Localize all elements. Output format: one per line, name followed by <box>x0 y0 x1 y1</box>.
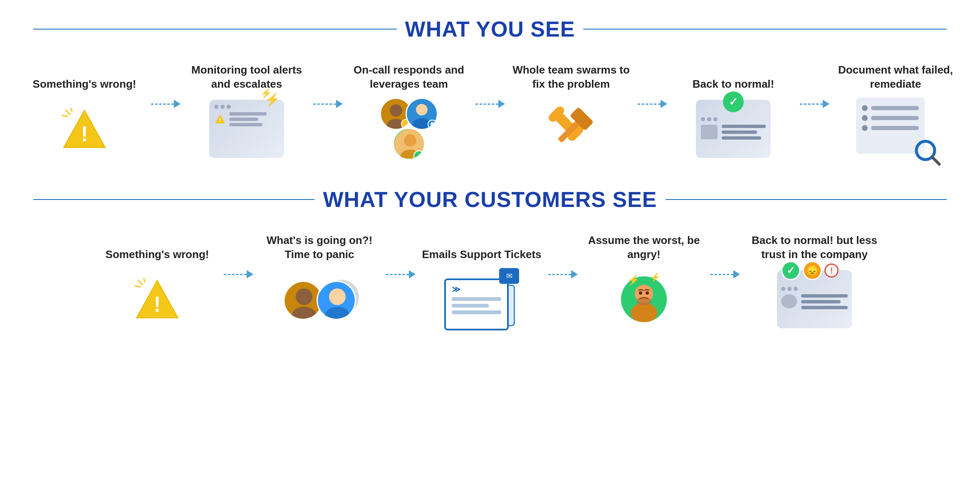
cust-step5-result: Back to normal! but less trust in the co… <box>742 233 887 332</box>
svg-line-28 <box>932 157 939 164</box>
step3-label: On-call responds and leverages team <box>344 62 473 96</box>
section1-flow: Something's wrong! ! <box>33 62 947 162</box>
email-wrap: ≫ ✉ <box>444 268 519 330</box>
cust-arrow1 <box>222 233 255 278</box>
r-dot2 <box>787 287 792 291</box>
step1-label: Something's wrong! <box>33 62 136 96</box>
monitor-lines <box>229 112 267 126</box>
dot2 <box>220 105 225 109</box>
svg-line-31 <box>139 281 143 285</box>
section-what-you-see: WHAT YOU SEE Something's wrong! ! <box>33 17 947 162</box>
r-dot1 <box>781 287 785 291</box>
step5-icon: ✓ <box>692 96 775 162</box>
check-line3 <box>722 136 761 140</box>
arrow-head5 <box>823 100 829 108</box>
cust-arrow4 <box>708 233 742 278</box>
arrow1 <box>149 62 182 108</box>
section1-header: WHAT YOU SEE <box>33 17 947 42</box>
doc-magnify-wrap <box>856 98 935 160</box>
cust-arrow-head3 <box>571 270 578 278</box>
result-monitor: ✓ 😞 ! <box>777 270 852 328</box>
doc-bullet1 <box>862 105 868 111</box>
svg-text:!: ! <box>219 117 221 123</box>
svg-point-27 <box>920 145 931 156</box>
arrow-head2 <box>336 100 343 108</box>
svg-line-4 <box>71 108 72 111</box>
dashed-line2 <box>313 103 336 105</box>
svg-point-35 <box>296 288 312 305</box>
dashed-arrow5 <box>800 100 829 108</box>
step3-icon: ✓ <box>367 96 450 162</box>
svg-text:!: ! <box>153 292 161 316</box>
email-checkrow: ≫ <box>452 284 501 294</box>
step4-swarm: Whole team swarms to fix the problem <box>507 62 636 162</box>
monitor-line3 <box>229 123 262 126</box>
svg-line-32 <box>135 286 141 287</box>
arrow3 <box>473 62 507 108</box>
cust-dashed-arrow2 <box>386 270 416 278</box>
dot1 <box>214 105 218 109</box>
cust-step2-panic: What's is going on?! Time to panic <box>255 233 384 332</box>
step3-oncall: On-call responds and leverages team <box>344 62 473 162</box>
monitor-line1 <box>229 112 267 116</box>
svg-line-33 <box>144 278 145 282</box>
step2-icon: ! ⚡ ⚡ <box>205 96 288 162</box>
monitor-zap2: ⚡ <box>260 88 272 99</box>
svg-point-45 <box>631 303 657 322</box>
step1-icon: ! <box>43 96 126 162</box>
cust-step1-label: Something's wrong! <box>106 233 209 266</box>
step2-monitor: Monitoring tool alerts and escalates ! <box>182 62 311 162</box>
dashed-line1 <box>151 103 174 105</box>
email-card-main: ≫ <box>444 278 509 330</box>
step4-icon <box>530 96 613 162</box>
cust-step3-icon: ≫ ✉ <box>440 266 523 332</box>
header-line-right <box>583 29 947 30</box>
panic-avatar2 <box>317 281 356 320</box>
step6-icon <box>854 96 937 162</box>
cust-dashed-line2 <box>386 274 409 275</box>
check-thumb <box>701 125 718 139</box>
cust-step3-email: Emails Support Tickets ≫ <box>417 233 546 332</box>
email-line3 <box>452 310 501 314</box>
check-line1 <box>722 125 766 128</box>
result-line2 <box>801 300 841 303</box>
result-lines <box>801 294 848 309</box>
cust-arrow2 <box>384 233 417 278</box>
cust-step1: Something's wrong! ! <box>93 233 222 332</box>
svg-point-46 <box>636 297 651 305</box>
header2-line-right <box>666 199 947 200</box>
panic-avatars <box>283 272 356 326</box>
doc-bar1 <box>871 106 919 110</box>
cust-step2-icon <box>278 266 361 332</box>
page: WHAT YOU SEE Something's wrong! ! <box>0 0 980 374</box>
svg-text:✓: ✓ <box>416 153 421 159</box>
cust-step3-label: Emails Support Tickets <box>422 233 541 266</box>
cust-arrow-head2 <box>409 270 416 278</box>
check-dot3 <box>713 117 718 121</box>
dashed-arrow1 <box>151 100 181 108</box>
cust-step5-icon: ✓ 😞 ! <box>773 266 856 332</box>
cust-warning-icon: ! <box>134 278 180 320</box>
section2-flow: Something's wrong! ! <box>33 233 947 332</box>
team-avatars: ✓ <box>371 98 446 160</box>
section2-title: WHAT YOUR CUSTOMERS SEE <box>323 187 657 212</box>
doc-bullet3 <box>862 125 868 131</box>
dashed-line3 <box>475 103 498 105</box>
mini-warning-icon: ! <box>214 113 226 125</box>
svg-point-8 <box>390 104 402 117</box>
cust-dashed-arrow4 <box>710 270 740 278</box>
email-double-check: ≫ <box>452 284 460 294</box>
dashed-line5 <box>800 103 823 105</box>
check-dot1 <box>701 117 705 121</box>
section1-title: WHAT YOU SEE <box>405 17 575 42</box>
result-monitor-content <box>781 287 848 309</box>
result-dots <box>781 287 848 291</box>
result-line3 <box>801 306 848 309</box>
doc-bar2 <box>871 116 919 120</box>
cust-step4-label: Assume the worst, be angry! <box>579 233 708 266</box>
dashed-arrow4 <box>638 100 667 108</box>
check-badge: ✓ <box>723 91 744 112</box>
monitor-warning: ! <box>214 112 279 126</box>
arrow2 <box>311 62 344 108</box>
cust-dashed-arrow1 <box>224 270 253 278</box>
